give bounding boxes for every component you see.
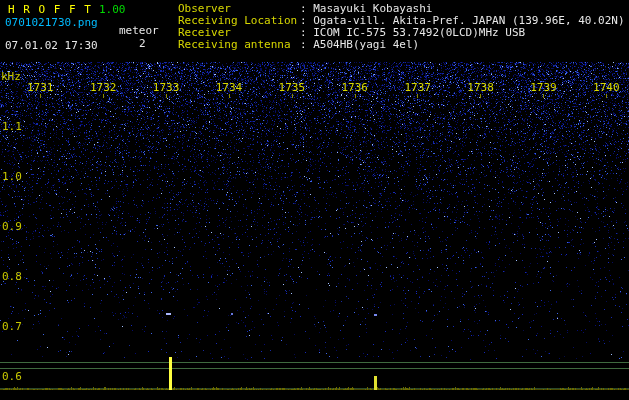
y-tick-label: 0.9 (2, 221, 22, 233)
spectrogram-canvas (0, 0, 629, 400)
x-tick-label: 1740 (593, 82, 620, 94)
x-tick-label: 1733 (153, 82, 180, 94)
x-tick-label: 1737 (404, 82, 431, 94)
x-tick-label: 1735 (279, 82, 306, 94)
y-tick-label: 0.6 (2, 371, 22, 383)
mode-label: meteor (119, 25, 159, 37)
x-tick-label: 1732 (90, 82, 117, 94)
hrofft-output: H R O F F T 1.00 0701021730.png meteor 0… (0, 0, 629, 400)
y-tick-label: 0.8 (2, 271, 22, 283)
y-tick-label: 1.0 (2, 171, 22, 183)
app-version: 1.00 (99, 4, 126, 16)
station-info-value: A504HB(yagi 4el) (313, 38, 419, 51)
x-tick-label: 1739 (530, 82, 557, 94)
station-info: Observer: Masayuki KobayashiReceiving Lo… (178, 3, 625, 51)
output-filename: 0701021730.png (5, 17, 98, 29)
station-info-row: Receiving antenna: A504HB(yagi 4el) (178, 39, 625, 51)
y-tick-label: 0.7 (2, 321, 22, 333)
app-title: H R O F F T (8, 4, 92, 16)
x-tick-label: 1734 (216, 82, 243, 94)
timestamp: 07.01.02 17:30 (5, 40, 98, 52)
station-info-label: Receiving antenna (178, 39, 300, 51)
station-info-colon: : (300, 38, 313, 51)
x-tick-label: 1738 (467, 82, 494, 94)
echo-count: 2 (139, 38, 146, 50)
y-tick-label: 1.1 (2, 121, 22, 133)
x-tick-label: 1736 (342, 82, 369, 94)
y-axis-unit-label: kHz (1, 71, 21, 83)
x-tick-label: 1731 (27, 82, 54, 94)
